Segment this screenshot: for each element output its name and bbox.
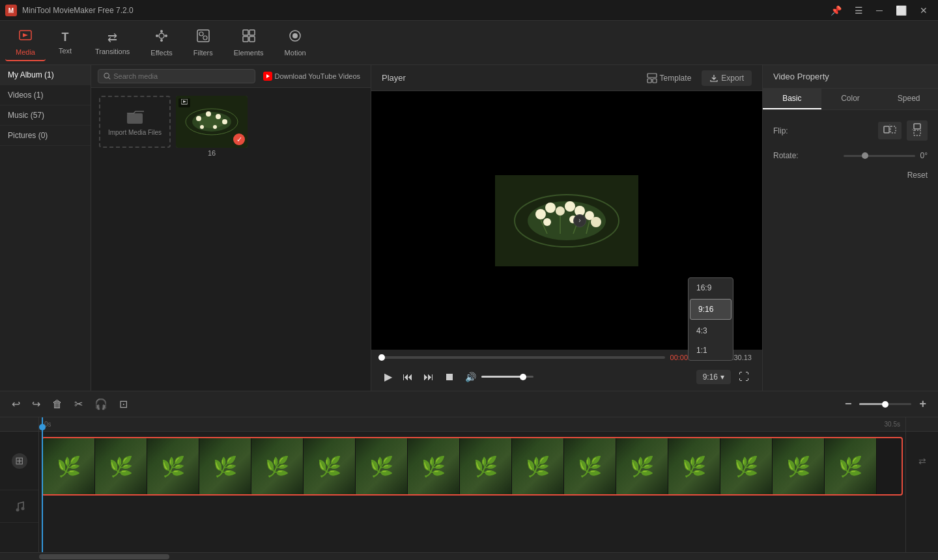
media-item[interactable]: ✓ 16 (176, 96, 248, 157)
timeline-scrollbar[interactable] (0, 552, 938, 560)
video-black-bottom (495, 266, 638, 322)
scrollbar-thumb[interactable] (39, 554, 169, 559)
audio-button[interactable]: 🎧 (91, 395, 111, 413)
property-content: Flip: Rotate: (763, 110, 938, 391)
tab-speed[interactable]: Speed (879, 89, 938, 109)
svg-rect-53 (884, 126, 889, 133)
right-panel: Video Property Basic Color Speed Flip: (762, 65, 938, 391)
flip-label: Flip: (773, 126, 788, 135)
crop-button[interactable]: ⊡ (115, 395, 132, 413)
sidebar-item-my-album[interactable]: My Album (1) (0, 65, 91, 85)
export-button[interactable]: Export (702, 70, 752, 86)
svg-rect-56 (914, 124, 920, 129)
timeline-playhead[interactable] (42, 417, 43, 552)
skip-back-button[interactable]: ⏮ (400, 369, 416, 385)
titlebar: M MiniTool MovieMaker Free 7.2.0 📌 ☰ ─ ⬜… (0, 0, 938, 21)
titlebar-pin-button[interactable]: 📌 (825, 3, 847, 18)
stop-button[interactable]: ⏹ (442, 369, 457, 385)
volume-icon[interactable]: 🔊 (462, 369, 479, 385)
player-actions: Template Export (642, 70, 752, 86)
toolbar-effects[interactable]: Effects (140, 25, 182, 61)
video-frame-2 (95, 438, 147, 494)
svg-point-46 (591, 217, 601, 227)
video-middle-frame (495, 175, 638, 266)
toolbar-media[interactable]: Media (5, 24, 46, 61)
fullscreen-button[interactable]: ⛶ (736, 369, 752, 385)
redo-button[interactable]: ↪ (28, 395, 44, 413)
svg-line-18 (108, 77, 110, 79)
toolbar-filters[interactable]: Filters (183, 25, 223, 61)
flip-horizontal-button[interactable] (878, 122, 902, 139)
playhead-marker (39, 424, 46, 430)
sidebar-item-music[interactable]: Music (57) (0, 105, 91, 126)
zoom-in-button[interactable]: + (915, 395, 930, 413)
main-toolbar: Media T Text ⇄ Transitions Effects Filte… (0, 21, 938, 65)
video-track[interactable] (42, 437, 903, 496)
ratio-option-9-16[interactable]: 9:16 (690, 299, 732, 320)
flip-vertical-button[interactable] (907, 120, 928, 141)
search-box[interactable] (98, 69, 255, 83)
svg-text:M: M (8, 7, 14, 14)
scrubber-track[interactable] (382, 356, 665, 359)
video-type-icon (181, 99, 188, 105)
template-button[interactable]: Template (642, 70, 697, 86)
text-icon: T (61, 31, 68, 44)
template-icon (647, 73, 657, 83)
titlebar-minimize-button[interactable]: ─ (871, 3, 888, 18)
cut-button[interactable]: ✂ (70, 395, 87, 413)
tab-basic[interactable]: Basic (763, 89, 821, 109)
ratio-option-16-9[interactable]: 16:9 (689, 278, 733, 298)
play-button[interactable]: ▶ (382, 368, 395, 385)
zoom-track[interactable] (859, 403, 911, 405)
skip-forward-button[interactable]: ⏭ (421, 369, 436, 385)
import-media-button[interactable]: Import Media Files (99, 96, 171, 148)
player-controls: ▶ ⏮ ⏭ ⏹ 🔊 16:9 (371, 365, 762, 391)
sidebar-item-pictures[interactable]: Pictures (0) (0, 126, 91, 146)
youtube-icon (263, 72, 272, 81)
ratio-option-1-1[interactable]: 1:1 (689, 341, 733, 360)
transitions-label: Transitions (95, 48, 130, 55)
video-frame-12 (616, 438, 668, 494)
download-youtube-button[interactable]: Download YouTube Videos (259, 69, 365, 83)
tab-color[interactable]: Color (821, 89, 880, 109)
toolbar-motion[interactable]: Motion (274, 25, 317, 61)
media-icon (18, 28, 33, 46)
sidebar-item-videos[interactable]: Videos (1) (0, 85, 91, 105)
undo-button[interactable]: ↩ (8, 395, 24, 413)
aspect-ratio-button[interactable]: 9:16 ▾ (696, 370, 731, 384)
ratio-option-4-3[interactable]: 4:3 (689, 321, 733, 341)
view-controls: 16:9 9:16 4:3 1:1 9:16 ▾ ⛶ (696, 369, 752, 385)
delete-button[interactable]: 🗑 (48, 395, 66, 413)
titlebar-close-button[interactable]: ✕ (915, 3, 933, 18)
track-swap-button[interactable]: ⇄ (918, 456, 926, 466)
video-frame-6 (304, 438, 356, 494)
toolbar-text[interactable]: T Text (46, 27, 85, 59)
reset-button[interactable]: Reset (907, 171, 928, 180)
transitions-icon: ⇄ (107, 31, 117, 45)
toolbar-transitions[interactable]: ⇄ Transitions (85, 27, 140, 59)
titlebar-menu-button[interactable]: ☰ (849, 3, 868, 18)
svg-point-47 (543, 218, 551, 226)
zoom-out-button[interactable]: − (841, 395, 856, 413)
scrubber-thumb (378, 354, 385, 361)
video-strip (43, 438, 877, 494)
reset-label: Reset (907, 171, 928, 180)
media-thumbnail: ✓ (176, 96, 248, 148)
svg-point-59 (16, 508, 19, 511)
search-input[interactable] (113, 72, 249, 80)
toolbar-elements[interactable]: Elements (223, 25, 274, 61)
svg-point-4 (160, 30, 163, 33)
titlebar-restore-button[interactable]: ⬜ (890, 3, 912, 18)
svg-rect-35 (647, 79, 651, 83)
video-frame-13 (668, 438, 720, 494)
collapse-panel-button[interactable]: › (573, 214, 586, 227)
svg-point-5 (160, 39, 163, 42)
volume-track[interactable] (481, 376, 533, 378)
add-track-button[interactable]: ⊞ (0, 432, 38, 490)
rotate-value: 0° (920, 151, 928, 160)
svg-point-6 (156, 35, 158, 37)
svg-point-31 (213, 125, 217, 129)
video-property-header: Video Property (763, 65, 938, 89)
video-frame-content (495, 175, 638, 266)
rotate-slider[interactable] (844, 155, 915, 157)
